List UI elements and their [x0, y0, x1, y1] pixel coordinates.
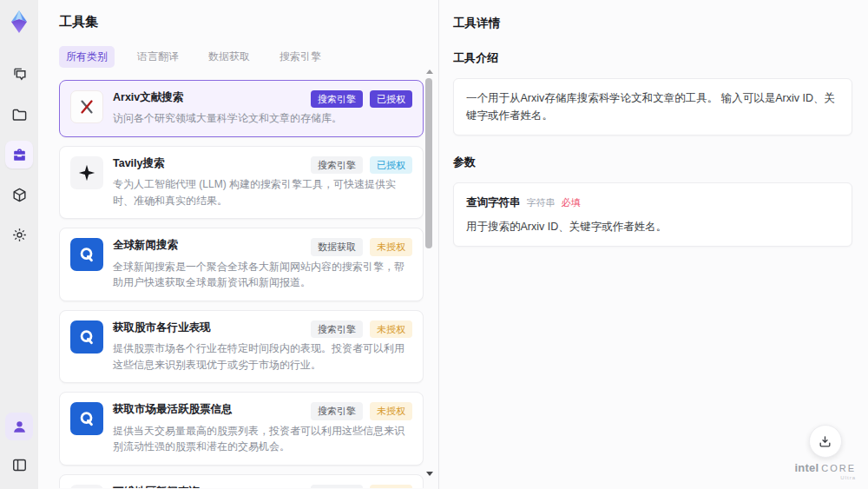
rail-nav — [5, 61, 33, 248]
category-badge: 搜索引擎 — [311, 320, 363, 338]
param-type: 字符串 — [527, 195, 556, 211]
tool-badges: 搜索引擎 已授权 — [304, 156, 412, 174]
tool-title: 全球新闻搜索 — [113, 238, 178, 254]
news-q-icon — [70, 402, 103, 435]
auth-status-badge: 已授权 — [370, 156, 412, 174]
tool-card-body: Tavily搜索 搜索引擎 已授权 专为人工智能代理 (LLM) 构建的搜索引擎… — [113, 156, 412, 208]
tool-card-body: 获取市场最活跃股票信息 搜索引擎 未授权 提供当天交易量最高的股票列表，投资者可… — [113, 402, 412, 454]
category-tab[interactable]: 语言翻译 — [130, 46, 186, 68]
category-badge: 搜索引擎 — [311, 90, 363, 108]
building-news-icon — [70, 485, 103, 488]
news-q-icon — [70, 320, 103, 354]
tool-card-body: 万维地区新闻查询 搜索引擎 未授权 查询具体行政区划内的新闻，快速了解各地新闻动 — [113, 485, 412, 488]
tool-title: 获取股市各行业表现 — [113, 320, 211, 336]
toolbox-icon[interactable] — [5, 141, 33, 169]
tool-description: 全球新闻搜索是一个聚合全球各大新闻网站内容的搜索引擎，帮助用户快速获取全球最新资… — [113, 259, 412, 291]
param-name: 查询字符串 — [466, 194, 521, 211]
tool-description: 提供股票市场各个行业在特定时间段内的表现。投资者可以利用这些信息来识别表现优于或… — [113, 340, 412, 373]
auth-status-badge: 未授权 — [370, 402, 412, 420]
core-wordmark: core — [821, 464, 856, 473]
cube-icon[interactable] — [5, 181, 33, 208]
tool-badges: 数据获取 未授权 — [304, 238, 412, 255]
collapse-panel-icon[interactable] — [5, 451, 33, 479]
news-q-icon — [70, 238, 103, 271]
intro-heading: 工具介绍 — [453, 50, 852, 66]
scroll-down-arrow-icon[interactable] — [426, 472, 433, 476]
auth-status-badge: 未授权 — [370, 485, 412, 488]
chat-icon[interactable] — [5, 61, 33, 89]
auth-status-badge: 未授权 — [370, 320, 412, 338]
tool-card-body: 全球新闻搜索 数据获取 未授权 全球新闻搜索是一个聚合全球各大新闻网站内容的搜索… — [113, 238, 412, 290]
params-heading: 参数 — [453, 155, 852, 170]
param-required-badge: 必填 — [562, 195, 581, 211]
tool-card-body: Arxiv文献搜索 搜索引擎 已授权 访问各个研究领域大量科学论文和文章的存储库… — [113, 90, 412, 127]
category-tab[interactable]: 所有类别 — [59, 46, 115, 68]
tool-description: 专为人工智能代理 (LLM) 构建的搜索引擎工具，可快速提供实时、准确和真实的结… — [113, 176, 412, 208]
tool-card-list: Arxiv文献搜索 搜索引擎 已授权 访问各个研究领域大量科学论文和文章的存储库… — [59, 80, 424, 488]
page-title: 工具集 — [59, 14, 438, 30]
tool-card-body: 获取股市各行业表现 搜索引擎 未授权 提供股票市场各个行业在特定时间段内的表现。… — [113, 320, 412, 373]
app-window: 工具集 所有类别语言翻译数据获取搜索引擎 Arxiv文献搜索 搜索引擎 已授权 … — [0, 0, 868, 489]
auth-status-badge: 未授权 — [370, 238, 412, 255]
scroll-up-arrow-icon[interactable] — [426, 69, 433, 74]
tool-title: Tavily搜索 — [113, 156, 165, 172]
tool-badges: 搜索引擎 未授权 — [304, 485, 412, 488]
folder-icon[interactable] — [5, 101, 33, 129]
scrollbar-thumb[interactable] — [425, 78, 432, 248]
param-box: 查询字符串 字符串 必填 用于搜索的Arxiv ID、关键字或作者姓名。 — [453, 182, 852, 247]
tool-description: 访问各个研究领域大量科学论文和文章的存储库。 — [113, 110, 412, 127]
tool-card[interactable]: 获取市场最活跃股票信息 搜索引擎 未授权 提供当天交易量最高的股票列表，投资者可… — [59, 392, 424, 465]
category-tabs: 所有类别语言翻译数据获取搜索引擎 — [59, 46, 438, 68]
tool-title: Arxiv文献搜索 — [113, 90, 183, 106]
tool-badges: 搜索引擎 已授权 — [304, 90, 412, 108]
tool-title: 万维地区新闻查询 — [113, 485, 200, 488]
ultra-wordmark: Ultra — [794, 475, 856, 480]
category-badge: 搜索引擎 — [311, 156, 363, 174]
param-description: 用于搜索的Arxiv ID、关键字或作者姓名。 — [466, 218, 839, 235]
tool-detail-pane: 工具详情 工具介绍 一个用于从Arxiv存储库搜索科学论文和文章的工具。 输入可… — [438, 0, 868, 489]
sparkle-star-icon — [70, 156, 103, 189]
category-badge: 搜索引擎 — [311, 485, 363, 488]
intel-core-logo: intel core Ultra — [794, 462, 856, 480]
tool-list-pane: 工具集 所有类别语言翻译数据获取搜索引擎 Arxiv文献搜索 搜索引擎 已授权 … — [38, 0, 438, 489]
category-badge: 数据获取 — [311, 238, 363, 255]
download-icon — [818, 434, 832, 449]
tool-description: 提供当天交易量最高的股票列表，投资者可以利用这些信息来识别流动性强的股票和潜在的… — [113, 423, 412, 455]
arxiv-x-icon — [70, 90, 103, 123]
tool-card[interactable]: 获取股市各行业表现 搜索引擎 未授权 提供股票市场各个行业在特定时间段内的表现。… — [59, 310, 424, 383]
tool-badges: 搜索引擎 未授权 — [304, 402, 412, 420]
tool-title: 获取市场最活跃股票信息 — [113, 402, 233, 418]
intel-wordmark: intel — [794, 462, 819, 473]
tool-card[interactable]: Arxiv文献搜索 搜索引擎 已授权 访问各个研究领域大量科学论文和文章的存储库… — [59, 80, 424, 137]
rail-bottom — [5, 413, 33, 479]
gear-icon[interactable] — [5, 221, 33, 248]
bottom-right-area: intel core Ultra — [794, 425, 856, 480]
category-tab[interactable]: 数据获取 — [201, 46, 257, 68]
tool-card[interactable]: Tavily搜索 搜索引擎 已授权 专为人工智能代理 (LLM) 构建的搜索引擎… — [59, 146, 424, 219]
app-logo-icon — [6, 9, 32, 35]
left-rail — [0, 0, 38, 489]
tool-card[interactable]: 万维地区新闻查询 搜索引擎 未授权 查询具体行政区划内的新闻，快速了解各地新闻动 — [59, 474, 424, 488]
tool-badges: 搜索引擎 未授权 — [304, 320, 412, 338]
detail-title: 工具详情 — [453, 16, 852, 31]
intro-text: 一个用于从Arxiv存储库搜索科学论文和文章的工具。 输入可以是Arxiv ID… — [466, 92, 835, 122]
tool-card[interactable]: 全球新闻搜索 数据获取 未授权 全球新闻搜索是一个聚合全球各大新闻网站内容的搜索… — [59, 228, 424, 301]
download-button[interactable] — [809, 425, 842, 458]
category-tab[interactable]: 搜索引擎 — [273, 46, 328, 68]
list-scrollbar[interactable] — [424, 73, 433, 476]
auth-status-badge: 已授权 — [370, 90, 412, 108]
intro-box: 一个用于从Arxiv存储库搜索科学论文和文章的工具。 输入可以是Arxiv ID… — [453, 78, 852, 135]
category-badge: 搜索引擎 — [311, 402, 363, 420]
user-icon[interactable] — [5, 413, 33, 440]
